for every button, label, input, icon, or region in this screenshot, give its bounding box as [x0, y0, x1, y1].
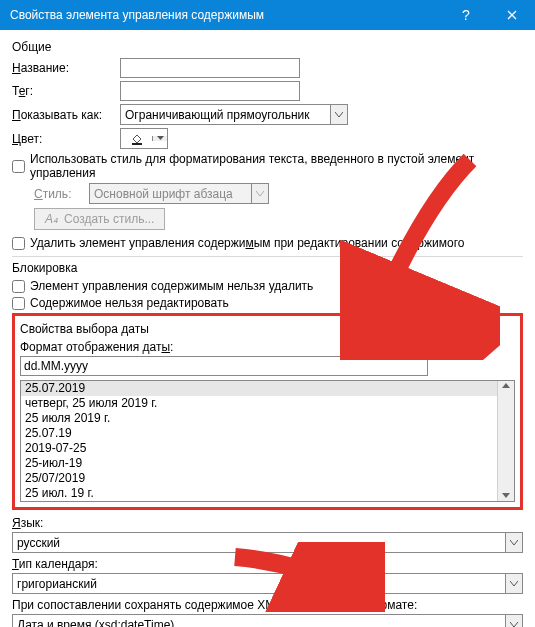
chevron-down-icon [505, 574, 522, 593]
date-heading: Свойства выбора даты [20, 322, 515, 336]
style-label: Стиль: [34, 187, 89, 201]
date-sample-item[interactable]: 2019-07-25 [21, 441, 497, 456]
no-edit-checkbox[interactable] [12, 297, 25, 310]
cal-combo[interactable]: григорианский [12, 573, 523, 594]
xml-value: Дата и время (xsd:dateTime) [13, 615, 505, 627]
tag-input[interactable] [120, 81, 300, 101]
scrollbar[interactable] [497, 381, 514, 501]
locking-heading: Блокировка [12, 261, 523, 275]
titlebar: Свойства элемента управления содержимым … [0, 0, 535, 30]
chevron-down-icon [330, 105, 347, 124]
use-style-label: Использовать стиль для форматирования те… [30, 152, 523, 180]
lang-label: Язык: [12, 516, 523, 530]
name-input[interactable] [120, 58, 300, 78]
help-button[interactable]: ? [443, 0, 489, 30]
xml-label: При сопоставлении сохранять содержимое X… [12, 598, 523, 612]
cal-value: григорианский [13, 574, 505, 593]
remove-on-edit-checkbox[interactable] [12, 237, 25, 250]
name-label: ННазвание:азвание: [12, 61, 120, 75]
create-style-label: Создать стиль... [64, 212, 154, 226]
display-as-label: Показывать как: [12, 108, 120, 122]
use-style-checkbox[interactable] [12, 160, 25, 173]
svg-rect-0 [132, 143, 142, 145]
window-title: Свойства элемента управления содержимым [10, 8, 443, 22]
separator [12, 256, 523, 257]
style-value: Основной шрифт абзаца [90, 184, 251, 203]
create-style-button: A₄ Создать стиль... [34, 208, 165, 230]
date-format-input[interactable] [20, 356, 428, 376]
chevron-down-icon [505, 615, 522, 627]
date-sample-item[interactable]: 25/07/2019 [21, 471, 497, 486]
chevron-down-icon [251, 184, 268, 203]
date-sample-item[interactable]: 25-июл-19 [21, 456, 497, 471]
color-picker[interactable] [120, 128, 168, 149]
xml-combo[interactable]: Дата и время (xsd:dateTime) [12, 614, 523, 627]
chevron-up-icon [502, 383, 510, 389]
tag-label: Тег: [12, 84, 120, 98]
date-properties-highlight: Свойства выбора даты Формат отображения … [12, 313, 523, 510]
no-delete-label: Элемент управления содержимым нельзя уда… [30, 279, 313, 293]
date-samples-list[interactable]: 25.07.2019четверг, 25 июля 2019 г.25 июл… [20, 380, 515, 502]
chevron-down-icon [152, 136, 167, 141]
cal-label: Тип календаря: [12, 557, 523, 571]
close-button[interactable] [489, 0, 535, 30]
lang-value: русский [13, 533, 505, 552]
date-sample-item[interactable]: 25.07.19 [21, 426, 497, 441]
style-combo: Основной шрифт абзаца [89, 183, 269, 204]
style-a-icon: A₄ [45, 212, 58, 226]
dialog-body: Общие ННазвание:азвание: Тег: Показывать… [0, 30, 535, 627]
paint-bucket-icon [121, 132, 152, 146]
chevron-down-icon [505, 533, 522, 552]
color-label: Цвет: [12, 132, 120, 146]
display-as-value: Ограничивающий прямоугольник [121, 105, 330, 124]
remove-on-edit-label: Удалить элемент управления содержимым пр… [30, 236, 464, 250]
lang-combo[interactable]: русский [12, 532, 523, 553]
no-edit-label: Содержимое нельзя редактировать [30, 296, 229, 310]
general-heading: Общие [12, 40, 523, 54]
date-sample-item[interactable]: 25 июля 2019 г. [21, 411, 497, 426]
chevron-down-icon [502, 493, 510, 499]
no-delete-checkbox[interactable] [12, 280, 25, 293]
date-sample-item[interactable]: 25 июл. 19 г. [21, 486, 497, 501]
format-label: Формат отображения даты: [20, 340, 515, 354]
date-sample-item[interactable]: 25.07.2019 [21, 381, 497, 396]
date-sample-item[interactable]: четверг, 25 июля 2019 г. [21, 396, 497, 411]
display-as-combo[interactable]: Ограничивающий прямоугольник [120, 104, 348, 125]
